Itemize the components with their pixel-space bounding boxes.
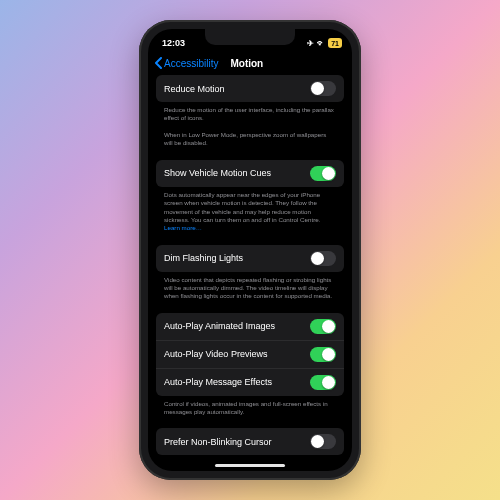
row-label: Auto-Play Message Effects [164,377,272,387]
settings-group-rows: Show Vehicle Motion Cues [156,160,344,187]
toggle-knob [322,376,335,389]
group-footer: Video content that depicts repeated flas… [156,272,344,307]
row-label: Dim Flashing Lights [164,253,243,263]
toggle-switch[interactable] [310,166,336,181]
wifi-icon: ᯤ [317,39,325,48]
row-label: Auto-Play Animated Images [164,321,275,331]
settings-group-rows: Dim Flashing Lights [156,245,344,272]
battery-indicator: 71 [328,38,342,48]
toggle-knob [311,82,324,95]
settings-group-rows: Auto-Play Animated ImagesAuto-Play Video… [156,313,344,396]
home-indicator[interactable] [215,464,285,467]
toggle-knob [322,320,335,333]
status-right: ✈ ᯤ 71 [307,38,342,48]
settings-group: Show Vehicle Motion CuesDots automatical… [156,160,344,239]
settings-group-rows: Reduce Motion [156,75,344,102]
toggle-switch[interactable] [310,347,336,362]
page-title: Motion [230,58,263,69]
group-footer: Reduce the motion of the user interface,… [156,102,344,154]
settings-group: Reduce MotionReduce the motion of the us… [156,75,344,154]
group-footer: Dots automatically appear near the edges… [156,187,344,239]
toggle-switch[interactable] [310,434,336,449]
notch [205,29,295,45]
screen: 12:03 ✈ ᯤ 71 Accessibility Motion Reduce… [148,29,352,471]
settings-group: Auto-Play Animated ImagesAuto-Play Video… [156,313,344,423]
toggle-switch[interactable] [310,251,336,266]
row-label: Reduce Motion [164,84,225,94]
settings-row[interactable]: Reduce Motion [156,75,344,102]
row-label: Prefer Non-Blinking Cursor [164,437,272,447]
row-label: Show Vehicle Motion Cues [164,168,271,178]
row-label: Auto-Play Video Previews [164,349,267,359]
settings-row[interactable]: Show Vehicle Motion Cues [156,160,344,187]
settings-row[interactable]: Dim Flashing Lights [156,245,344,272]
phone-frame: 12:03 ✈ ᯤ 71 Accessibility Motion Reduce… [139,20,361,480]
back-button[interactable]: Accessibility [154,57,218,69]
toggle-knob [322,348,335,361]
chevron-left-icon [154,57,163,69]
settings-row[interactable]: Auto-Play Video Previews [156,341,344,369]
learn-more-link[interactable]: Learn more… [164,224,202,231]
toggle-switch[interactable] [310,319,336,334]
toggle-switch[interactable] [310,81,336,96]
settings-group-rows: Prefer Non-Blinking Cursor [156,428,344,455]
toggle-knob [322,167,335,180]
group-footer: Control if videos, animated images and f… [156,396,344,423]
airplane-icon: ✈ [307,39,314,48]
toggle-switch[interactable] [310,375,336,390]
settings-group: Dim Flashing LightsVideo content that de… [156,245,344,307]
toggle-knob [311,435,324,448]
settings-row[interactable]: Auto-Play Message Effects [156,369,344,396]
settings-row[interactable]: Prefer Non-Blinking Cursor [156,428,344,455]
nav-bar: Accessibility Motion [148,53,352,75]
toggle-knob [311,252,324,265]
back-label: Accessibility [164,58,218,69]
status-time: 12:03 [162,38,185,48]
settings-group: Prefer Non-Blinking Cursor [156,428,344,455]
settings-list[interactable]: Reduce MotionReduce the motion of the us… [148,75,352,471]
settings-row[interactable]: Auto-Play Animated Images [156,313,344,341]
